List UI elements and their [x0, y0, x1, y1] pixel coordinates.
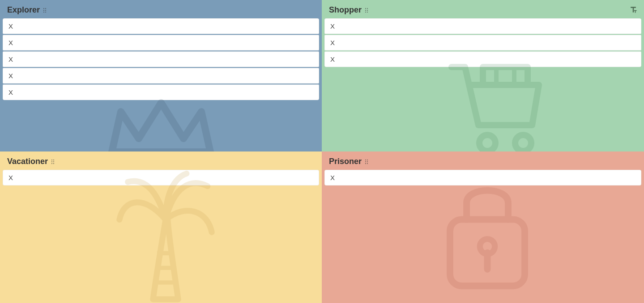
drag-handle-icon[interactable] [365, 8, 368, 13]
card-list-prisoner: X [324, 170, 641, 185]
card-list-shopper: X X X [324, 18, 641, 67]
drag-handle-icon[interactable] [43, 8, 46, 13]
drag-handle-icon[interactable] [51, 160, 54, 164]
quadrant-shopper[interactable]: Shopper X X X [322, 0, 644, 152]
quadrant-header-vacationer[interactable]: Vacationer [3, 154, 319, 170]
quadrant-explorer[interactable]: Explorer X X X X X [0, 0, 322, 152]
matrix-board: Explorer X X X X X [0, 0, 644, 303]
list-item[interactable]: X [3, 68, 319, 84]
card-list-explorer: X X X X X [3, 18, 319, 100]
list-item[interactable]: X [3, 18, 319, 34]
palm-tree-icon [112, 169, 219, 303]
list-item[interactable]: X [324, 18, 641, 34]
shopping-cart-icon [447, 58, 546, 152]
quadrant-prisoner[interactable]: Prisoner X [322, 152, 644, 303]
svg-point-2 [479, 135, 495, 151]
list-item[interactable]: X [324, 170, 641, 185]
list-item[interactable]: X [324, 51, 641, 67]
drag-handle-icon[interactable] [365, 160, 368, 164]
quadrant-title: Vacationer [7, 157, 48, 166]
text-format-icon[interactable] [629, 5, 638, 14]
list-item[interactable]: X [3, 35, 319, 50]
quadrant-title: Explorer [7, 5, 40, 15]
svg-rect-7 [450, 219, 525, 286]
list-item[interactable]: X [3, 170, 319, 185]
lock-icon [438, 174, 537, 290]
svg-point-3 [515, 135, 531, 151]
list-item[interactable]: X [324, 35, 641, 50]
quadrant-vacationer[interactable]: Vacationer X [0, 152, 322, 303]
quadrant-header-prisoner[interactable]: Prisoner [324, 154, 641, 170]
svg-point-8 [480, 239, 495, 254]
quadrant-title: Prisoner [329, 157, 362, 166]
quadrant-title: Shopper [329, 5, 362, 15]
quadrant-header-explorer[interactable]: Explorer [3, 3, 319, 18]
list-item[interactable]: X [3, 84, 319, 100]
list-item[interactable]: X [3, 51, 319, 67]
card-list-vacationer: X [3, 170, 319, 185]
quadrant-header-shopper[interactable]: Shopper [324, 3, 641, 18]
